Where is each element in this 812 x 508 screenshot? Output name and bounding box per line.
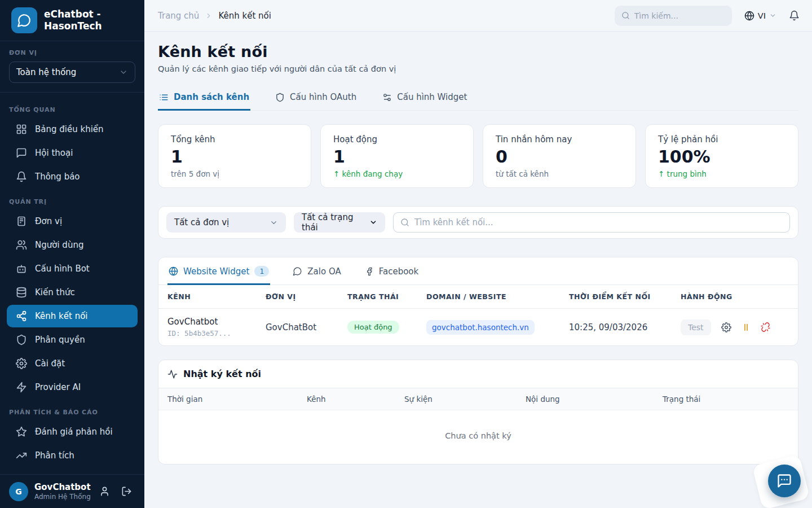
breadcrumb-home[interactable]: Trang chủ [158,11,199,21]
global-search-input[interactable] [634,11,713,20]
chevron-down-icon [270,218,278,227]
chat-widget-button[interactable] [768,465,801,497]
search-icon [400,218,409,227]
avatar: G [9,482,28,501]
col-header-connected-at: THỜI ĐIỂM KẾT NỐI [560,285,672,308]
logout-icon[interactable] [121,486,132,497]
tab-facebook[interactable]: Facebook [364,257,420,285]
filter-bar: Tất cả đơn vị Tất cả trạng thái [158,206,798,239]
sidebar-item-knowledge[interactable]: Kiến thức [7,281,138,304]
tab-label: Website Widget [183,266,249,277]
profile-icon[interactable] [99,486,110,497]
app-logo-icon [11,7,37,33]
shield-icon [16,334,27,345]
list-icon [159,93,169,102]
stat-value: 1 [171,147,298,167]
tab-oauth-config[interactable]: Cấu hình OAuth [274,85,358,111]
tab-channel-list[interactable]: Danh sách kênh [158,85,250,111]
activity-icon [167,369,178,379]
status-filter-select[interactable]: Tất cả trạng thái [294,212,385,233]
connection-log-card: Nhật ký kết nối Thời gian Kênh Sự kiện N… [158,360,798,465]
sidebar-item-label: Kiến thức [35,287,75,297]
stat-note: ↑ kênh đang chạy [333,169,461,178]
stat-note: từ tất cả kênh [496,169,623,178]
search-icon [621,11,630,20]
log-col-content: Nội dung [517,388,654,410]
users-icon [16,239,27,251]
sidebar-item-feedback[interactable]: Đánh giá phản hồi [7,421,138,443]
global-search[interactable] [615,6,732,26]
disconnect-unlink-icon[interactable] [760,322,770,332]
bell-icon [16,171,27,182]
unit-selector[interactable]: Toàn hệ thống [9,62,135,83]
connected-at-cell: 10:25, 09/03/2026 [560,314,672,340]
unit-selector-value: Toàn hệ thống [16,67,76,77]
sidebar-item-reports[interactable]: Báo cáo [7,468,138,474]
tab-widget-config[interactable]: Cấu hình Widget [381,85,468,111]
tab-label: Danh sách kênh [174,92,249,102]
sidebar-item-notifications[interactable]: Thông báo [7,165,138,188]
sidebar-item-label: Bảng điều khiển [35,124,104,134]
language-switcher[interactable]: VI [744,11,776,21]
unit-filter-select[interactable]: Tất cả đơn vị [166,212,286,233]
log-col-time: Thời gian [158,388,298,410]
section-label-analytics: PHÂN TÍCH & BÁO CÁO [9,409,135,416]
sidebar-item-users[interactable]: Người dùng [7,234,138,256]
sidebar-item-channels[interactable]: Kênh kết nối [7,305,138,327]
sidebar-item-label: Cấu hình Bot [35,264,90,274]
sidebar-item-label: Hội thoại [35,148,73,158]
channels-table-header: KÊNH ĐƠN VỊ TRẠNG THÁI DOMAIN / WEBSITE … [158,285,798,309]
user-info: GovChatbot Admin Hệ Thống [34,482,93,501]
row-settings-gear-icon[interactable] [721,322,731,332]
col-header-channel: KÊNH [158,285,257,308]
notifications-bell-icon[interactable] [789,10,800,21]
shield-icon [275,93,285,102]
domain-link[interactable]: govchatbot.hasontech.vn [426,320,535,335]
footer-actions [99,486,135,497]
tab-label: Cấu hình OAuth [290,92,356,102]
sidebar-item-label: Người dùng [35,240,83,250]
globe-icon [169,266,178,276]
unit-section-label: ĐƠN VỊ [9,49,135,56]
status-cell: Hoạt động [338,313,417,341]
database-icon [16,287,27,298]
domain-cell: govchatbot.hasontech.vn [417,312,560,343]
app-logo-block: eChatbot - HasonTech [0,0,144,41]
sidebar-item-analytics[interactable]: Phân tích [7,444,138,467]
stat-card-messages-today: Tin nhắn hôm nay 0 từ tất cả kênh [483,124,636,188]
col-header-status: TRẠNG THÁI [338,285,417,308]
building-icon [16,216,27,227]
share-icon [16,310,27,322]
main-tabs: Danh sách kênh Cấu hình OAuth Cấu hình W… [158,85,798,111]
sidebar-item-provider-ai[interactable]: Provider AI [7,376,138,398]
sidebar-item-label: Thông báo [35,172,80,182]
log-header: Nhật ký kết nối [158,360,798,388]
tab-website-widget[interactable]: Website Widget 1 [167,257,270,285]
sidebar-nav: TỔNG QUAN Bảng điều khiển Hội thoại Thôn… [0,93,144,474]
stat-label: Hoạt động [333,134,461,144]
stat-card-response-rate: Tỷ lệ phản hồi 100% ↑ trung bình [645,124,798,188]
log-title: Nhật ký kết nối [183,369,261,379]
trending-up-icon [16,450,27,461]
test-button[interactable]: Test [681,319,711,335]
stat-value: 1 [333,147,461,167]
bot-icon [16,263,27,274]
sidebar-item-bot-config[interactable]: Cấu hình Bot [7,257,138,280]
stat-note: trên 5 đơn vị [171,169,298,178]
channel-search-input[interactable] [414,217,783,227]
facebook-icon [365,267,374,276]
channel-search[interactable] [393,212,790,233]
tab-label: Facebook [379,266,418,277]
pause-channel-icon[interactable] [742,323,751,332]
tab-zalo-oa[interactable]: Zalo OA [292,257,342,285]
chat-dots-icon [776,473,792,489]
sidebar-item-settings[interactable]: Cài đặt [7,352,138,375]
sidebar-item-permissions[interactable]: Phân quyền [7,329,138,351]
sidebar-item-conversations[interactable]: Hội thoại [7,142,138,164]
globe-icon [744,11,754,21]
sidebar-item-dashboard[interactable]: Bảng điều khiển [7,118,138,141]
sidebar-item-units[interactable]: Đơn vị [7,210,138,233]
zap-icon [16,382,27,393]
channel-name: GovChatbot [167,317,248,327]
stat-card-total-channels: Tổng kênh 1 trên 5 đơn vị [158,124,311,188]
